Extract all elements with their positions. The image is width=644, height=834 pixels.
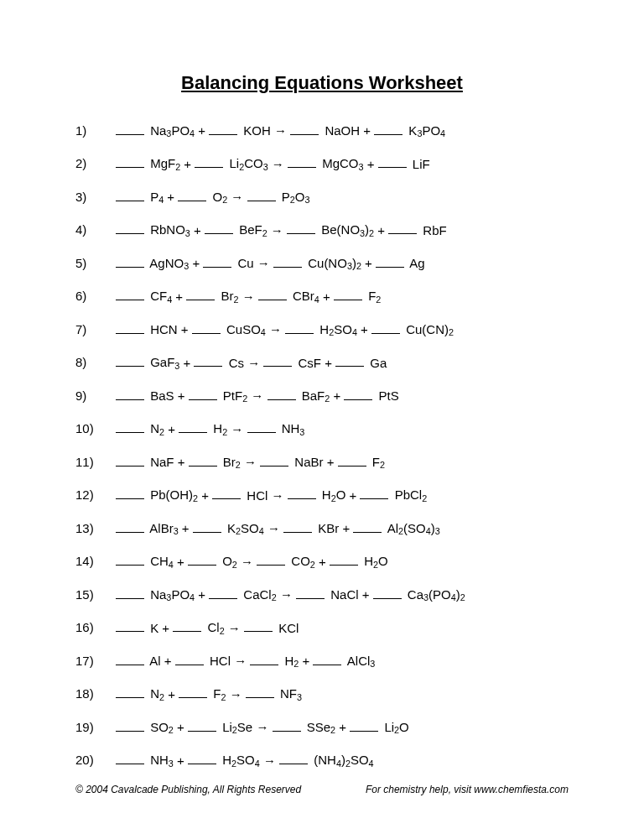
arrow-icon: → — [228, 620, 241, 634]
arrow-icon: → — [263, 753, 276, 767]
problem-row: 14) CH4 + O2 → CO2 + H2O — [75, 554, 569, 569]
coefficient-blank[interactable] — [205, 222, 233, 235]
coefficient-blank[interactable] — [116, 753, 144, 765]
coefficient-blank[interactable] — [273, 719, 301, 732]
coefficient-blank[interactable] — [388, 222, 417, 235]
problem-row: 15) Na3PO4 + CaCl2 → NaCl + Ca3(PO4)2 — [75, 586, 569, 602]
coefficient-blank[interactable] — [273, 255, 302, 268]
problem-number: 1) — [75, 123, 116, 138]
coefficient-blank[interactable] — [279, 753, 308, 765]
problem-number: 11) — [75, 455, 116, 469]
coefficient-blank[interactable] — [186, 289, 215, 301]
equation: Na3PO4 + KOH → NaOH + K3PO4 — [116, 122, 445, 138]
coefficient-blank[interactable] — [173, 620, 201, 633]
problem-row: 1) Na3PO4 + KOH → NaOH + K3PO4 — [75, 122, 569, 138]
coefficient-blank[interactable] — [116, 586, 144, 599]
coefficient-blank[interactable] — [188, 719, 216, 732]
coefficient-blank[interactable] — [116, 122, 144, 135]
coefficient-blank[interactable] — [116, 421, 144, 434]
coefficient-blank[interactable] — [296, 586, 325, 599]
coefficient-blank[interactable] — [116, 255, 144, 268]
coefficient-blank[interactable] — [116, 156, 144, 169]
problem-row: 7) HCN + CuSO4 → H2SO4 + Cu(CN)2 — [75, 321, 569, 336]
arrow-icon: → — [247, 355, 260, 369]
coefficient-blank[interactable] — [178, 189, 206, 201]
coefficient-blank[interactable] — [335, 355, 364, 367]
coefficient-blank[interactable] — [194, 355, 222, 367]
coefficient-blank[interactable] — [116, 653, 144, 665]
coefficient-blank[interactable] — [116, 620, 144, 633]
coefficient-blank[interactable] — [192, 321, 221, 334]
problem-number: 15) — [75, 587, 116, 602]
coefficient-blank[interactable] — [179, 686, 207, 699]
coefficient-blank[interactable] — [116, 487, 144, 500]
coefficient-blank[interactable] — [188, 753, 216, 765]
coefficient-blank[interactable] — [313, 653, 341, 665]
coefficient-blank[interactable] — [116, 719, 144, 732]
coefficient-blank[interactable] — [378, 156, 407, 169]
coefficient-blank[interactable] — [285, 321, 314, 334]
problem-row: 9) BaS + PtF2 → BaF2 + PtS — [75, 388, 569, 403]
coefficient-blank[interactable] — [288, 156, 316, 169]
coefficient-blank[interactable] — [360, 487, 388, 500]
arrow-icon: → — [256, 720, 268, 734]
problem-number: 7) — [75, 322, 116, 336]
coefficient-blank[interactable] — [189, 454, 217, 467]
coefficient-blank[interactable] — [244, 620, 273, 633]
coefficient-blank[interactable] — [288, 487, 316, 500]
problem-number: 2) — [75, 156, 116, 170]
problem-row: 11) NaF + Br2 → NaBr + F2 — [75, 454, 569, 469]
coefficient-blank[interactable] — [373, 586, 402, 599]
coefficient-blank[interactable] — [353, 520, 382, 533]
coefficient-blank[interactable] — [203, 255, 231, 268]
problem-row: 18) N2 + F2 → NF3 — [75, 686, 569, 701]
coefficient-blank[interactable] — [344, 388, 372, 400]
coefficient-blank[interactable] — [116, 355, 144, 367]
coefficient-blank[interactable] — [371, 321, 400, 334]
coefficient-blank[interactable] — [376, 255, 404, 268]
arrow-icon: → — [231, 190, 243, 204]
equation: NH3 + H2SO4 → (NH4)2SO4 — [116, 753, 374, 768]
coefficient-blank[interactable] — [250, 653, 278, 665]
coefficient-blank[interactable] — [334, 289, 362, 301]
equation: MgF2 + Li2CO3 → MgCO3 + LiF — [116, 156, 430, 171]
coefficient-blank[interactable] — [209, 122, 237, 135]
coefficient-blank[interactable] — [116, 454, 144, 467]
coefficient-blank[interactable] — [283, 520, 312, 533]
coefficient-blank[interactable] — [257, 554, 285, 566]
coefficient-blank[interactable] — [267, 388, 296, 400]
coefficient-blank[interactable] — [212, 487, 241, 500]
coefficient-blank[interactable] — [338, 454, 366, 467]
coefficient-blank[interactable] — [209, 586, 237, 599]
coefficient-blank[interactable] — [116, 686, 144, 699]
coefficient-blank[interactable] — [116, 554, 144, 566]
coefficient-blank[interactable] — [189, 388, 217, 400]
coefficient-blank[interactable] — [116, 222, 144, 235]
coefficient-blank[interactable] — [116, 520, 144, 533]
coefficient-blank[interactable] — [260, 454, 288, 467]
coefficient-blank[interactable] — [350, 719, 378, 732]
coefficient-blank[interactable] — [374, 122, 402, 135]
problem-row: 16) K + Cl2 → KCl — [75, 620, 569, 635]
coefficient-blank[interactable] — [116, 289, 144, 301]
coefficient-blank[interactable] — [179, 421, 207, 434]
coefficient-blank[interactable] — [193, 520, 221, 533]
coefficient-blank[interactable] — [330, 554, 358, 566]
coefficient-blank[interactable] — [287, 222, 315, 235]
coefficient-blank[interactable] — [247, 189, 276, 201]
coefficient-blank[interactable] — [175, 653, 204, 665]
coefficient-blank[interactable] — [116, 321, 144, 334]
coefficient-blank[interactable] — [258, 289, 287, 301]
coefficient-blank[interactable] — [116, 388, 144, 400]
equation: SO2 + Li2Se → SSe2 + Li2O — [116, 719, 409, 734]
coefficient-blank[interactable] — [263, 355, 292, 367]
coefficient-blank[interactable] — [116, 189, 144, 201]
coefficient-blank[interactable] — [195, 156, 223, 169]
coefficient-blank[interactable] — [188, 554, 216, 566]
problem-number: 13) — [75, 521, 116, 535]
footer-left: © 2004 Cavalcade Publishing, All Rights … — [75, 784, 301, 795]
coefficient-blank[interactable] — [246, 686, 274, 699]
coefficient-blank[interactable] — [290, 122, 319, 135]
equation: Pb(OH)2 + HCl → H2O + PbCl2 — [116, 487, 427, 503]
coefficient-blank[interactable] — [247, 421, 276, 434]
